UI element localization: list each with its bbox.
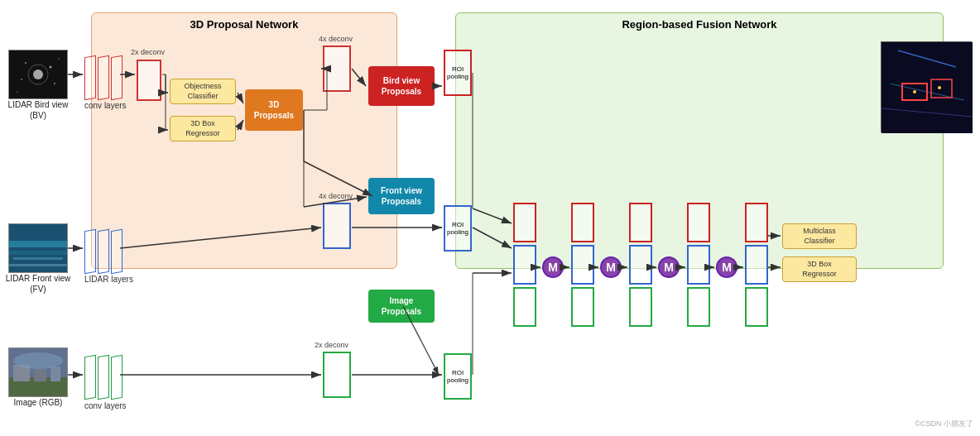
rgb-conv-layer-3 bbox=[111, 355, 122, 400]
bv-conv-stack bbox=[84, 56, 122, 99]
feat-green-4 bbox=[687, 287, 710, 327]
front-proposals-label: Front view Proposals bbox=[381, 185, 422, 207]
image-proposals-label: Image Proposals bbox=[382, 295, 421, 317]
feat-col-group2 bbox=[571, 203, 594, 327]
result-image bbox=[881, 41, 972, 132]
lidar-bv-label: LIDAR Bird view(BV) bbox=[2, 99, 74, 121]
bv-conv-layer-1 bbox=[84, 55, 96, 100]
merge-1-label: M bbox=[548, 261, 558, 274]
banner-fusion-label: Region-based Fusion Network bbox=[622, 18, 776, 31]
svg-point-26 bbox=[913, 90, 916, 93]
svg-rect-17 bbox=[34, 369, 46, 381]
merge-4-label: M bbox=[722, 261, 732, 274]
lidar-fv-image bbox=[8, 223, 68, 273]
diagram-container: 3D Proposal Network Region-based Fusion … bbox=[0, 0, 980, 436]
merge-2-label: M bbox=[606, 261, 616, 274]
roi-rgb: ROI pooling bbox=[444, 353, 472, 400]
svg-point-5 bbox=[21, 79, 22, 80]
output-box-regressor-label: 3D Box Regressor bbox=[802, 260, 837, 278]
svg-rect-18 bbox=[50, 367, 60, 381]
rgb-2x-deconv-feat bbox=[323, 352, 351, 398]
3d-proposals-label: 3D Proposals bbox=[254, 99, 294, 121]
feat-red-4 bbox=[687, 203, 710, 242]
roi-fv-label: ROI pooling bbox=[447, 221, 468, 236]
lidar-fv-label: LIDAR Front view(FV) bbox=[2, 273, 74, 295]
svg-point-2 bbox=[33, 69, 43, 79]
svg-point-4 bbox=[50, 66, 52, 69]
image-proposals-box: Image Proposals bbox=[368, 290, 435, 323]
feat-red-3 bbox=[629, 203, 652, 242]
merge-3-label: M bbox=[664, 261, 674, 274]
rgb-conv-layer-2 bbox=[98, 355, 109, 400]
watermark: ©CSDN 小朋友了 bbox=[915, 419, 973, 429]
feat-red-1 bbox=[513, 203, 536, 242]
box-regressor-box: 3D Box Regressor bbox=[170, 116, 236, 141]
bird-proposals-label: Bird view Proposals bbox=[382, 75, 421, 97]
feat-green-2 bbox=[571, 287, 594, 327]
rgb-conv-stack bbox=[84, 356, 122, 399]
box3d-label: 3D Box Regressor bbox=[185, 119, 220, 137]
bv-conv-layer-2 bbox=[98, 55, 109, 100]
rgb-2x-deconv-label: 2x deconv bbox=[315, 341, 348, 349]
fv-4x-deconv-label: 4x deconv bbox=[319, 192, 353, 200]
fv-conv-layer-2 bbox=[98, 229, 109, 274]
svg-point-6 bbox=[54, 83, 55, 84]
feat-col-group3 bbox=[629, 203, 652, 327]
rgb-label: Image (RGB) bbox=[2, 397, 74, 408]
feat-red-2 bbox=[571, 203, 594, 242]
roi-rgb-label: ROI pooling bbox=[447, 369, 468, 384]
merge-3: M bbox=[658, 256, 680, 278]
feat-col-group1 bbox=[513, 203, 536, 327]
feat-blue-2 bbox=[571, 245, 594, 285]
3d-proposals-box: 3D Proposals bbox=[245, 89, 303, 131]
feat-blue-3 bbox=[629, 245, 652, 285]
front-proposals-box: Front view Proposals bbox=[368, 178, 435, 214]
bv-2x-deconv-label: 2x deconv bbox=[131, 48, 165, 56]
bv-4x-deconv-label: 4x deconv bbox=[319, 35, 353, 43]
svg-rect-12 bbox=[13, 257, 63, 260]
roi-fv: ROI pooling bbox=[444, 205, 472, 252]
fv-4x-deconv-feat bbox=[323, 203, 351, 249]
svg-rect-13 bbox=[9, 264, 67, 266]
objectness-label: Objectness Classifier bbox=[184, 82, 221, 100]
roi-bv-label: ROI pooling bbox=[447, 65, 468, 80]
svg-point-19 bbox=[13, 352, 63, 369]
bv-2x-deconv-feat bbox=[137, 60, 161, 101]
fv-conv-label: LIDAR layers bbox=[84, 275, 133, 284]
feat-blue-5 bbox=[745, 245, 768, 285]
banner-3d-label: 3D Proposal Network bbox=[190, 18, 299, 31]
multiclass-box: Multiclass Classifier bbox=[782, 223, 857, 249]
feat-green-1 bbox=[513, 287, 536, 327]
feat-blue-1 bbox=[513, 245, 536, 285]
fv-conv-stack bbox=[84, 230, 122, 273]
fv-conv-layer-1 bbox=[84, 229, 96, 274]
rgb-image bbox=[8, 347, 68, 397]
bv-4x-deconv-feat bbox=[323, 46, 351, 92]
bv-conv-layer-3 bbox=[111, 55, 122, 100]
merge-1: M bbox=[542, 256, 564, 278]
feat-blue-4 bbox=[687, 245, 710, 285]
svg-point-27 bbox=[938, 86, 941, 89]
svg-point-7 bbox=[17, 91, 18, 93]
feat-col-group5 bbox=[745, 203, 768, 327]
lidar-bv-image bbox=[8, 50, 68, 99]
feat-green-3 bbox=[629, 287, 652, 327]
output-box-regressor-box: 3D Box Regressor bbox=[782, 256, 857, 282]
merge-2: M bbox=[600, 256, 622, 278]
bv-conv-label: conv layers bbox=[84, 101, 127, 110]
merge-4: M bbox=[716, 256, 737, 278]
roi-bv: ROI pooling bbox=[444, 50, 472, 96]
svg-rect-10 bbox=[9, 241, 67, 247]
fv-conv-layer-3 bbox=[111, 229, 122, 274]
objectness-box: Objectness Classifier bbox=[170, 79, 236, 104]
bird-proposals-box: Bird view Proposals bbox=[368, 66, 435, 106]
svg-rect-11 bbox=[9, 251, 67, 255]
feat-red-5 bbox=[745, 203, 768, 242]
svg-point-8 bbox=[58, 58, 60, 60]
feat-col-group4 bbox=[687, 203, 710, 327]
rgb-conv-label: conv layers bbox=[84, 401, 127, 410]
rgb-conv-layer-1 bbox=[84, 355, 96, 400]
feat-green-5 bbox=[745, 287, 768, 327]
svg-point-3 bbox=[25, 62, 26, 64]
multiclass-label: Multiclass Classifier bbox=[803, 227, 836, 245]
